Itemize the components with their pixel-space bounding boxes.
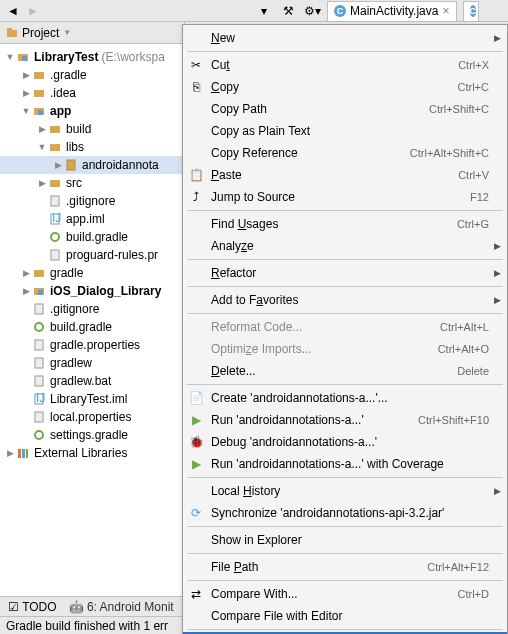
menu-compare-editor[interactable]: Compare File with Editor [183,605,507,627]
tree-item[interactable]: ▶src [0,174,184,192]
back-button[interactable]: ◄ [4,2,22,20]
menu-local-history[interactable]: Local History▶ [183,480,507,502]
menu-copy-plain[interactable]: Copy as Plain Text [183,120,507,142]
expand-icon[interactable]: ▼ [4,51,16,63]
tree-root[interactable]: ▼ LibraryTest (E:\workspa [0,48,184,66]
close-icon[interactable]: × [442,4,449,18]
tree-item[interactable]: ▶build [0,120,184,138]
menu-reformat[interactable]: Reformat Code...Ctrl+Alt+L [183,316,507,338]
toolbar-icon[interactable]: ▾ [255,2,273,20]
tree-label: .idea [50,86,76,100]
menu-copy-reference[interactable]: Copy ReferenceCtrl+Alt+Shift+C [183,142,507,164]
tree-item[interactable]: gradlew.bat [0,372,184,390]
menu-debug[interactable]: 🐞Debug 'androidannotations-a...' [183,431,507,453]
expand-icon[interactable]: ▶ [20,267,32,279]
tree-item[interactable]: gradlew [0,354,184,372]
expand-icon[interactable]: ▶ [20,87,32,99]
tree-item[interactable]: build.gradle [0,318,184,336]
svg-rect-8 [50,126,60,133]
todo-tab[interactable]: ☑ TODO [8,600,57,614]
menu-optimize[interactable]: Optimize Imports...Ctrl+Alt+O [183,338,507,360]
svg-rect-4 [34,72,44,79]
svg-rect-5 [34,90,44,97]
editor-tab-mainactivity[interactable]: C MainActivity.java × [327,1,457,21]
menu-create[interactable]: 📄Create 'androidannotations-a...'... [183,387,507,409]
tree-item-libs[interactable]: ▼libs [0,138,184,156]
menu-copy[interactable]: ⎘CopyCtrl+C [183,76,507,98]
editor-tab-other[interactable]: C [463,1,479,21]
tree-item[interactable]: ▶.idea [0,84,184,102]
android-monitor-tab[interactable]: 🤖 6: Android Monit [69,600,174,614]
menu-separator [187,286,503,287]
tree-item[interactable]: build.gradle [0,228,184,246]
tree-item[interactable]: IJapp.iml [0,210,184,228]
tree-item[interactable]: settings.gradle [0,426,184,444]
gear-icon[interactable]: ⚙▾ [303,2,321,20]
menu-favorites[interactable]: Add to Favorites▶ [183,289,507,311]
shortcut-label: Ctrl+V [458,169,489,181]
file-icon [48,194,62,208]
tree-item[interactable]: .gitignore [0,300,184,318]
menu-delete[interactable]: Delete...Delete [183,360,507,382]
tree-label: gradlew [50,356,92,370]
menu-find-usages[interactable]: Find UsagesCtrl+G [183,213,507,235]
tree-label: settings.gradle [50,428,128,442]
menu-jump-source[interactable]: ⤴Jump to SourceF12 [183,186,507,208]
menu-compare-with[interactable]: ⇄Compare With...Ctrl+D [183,583,507,605]
menu-file-path[interactable]: File PathCtrl+Alt+F12 [183,556,507,578]
tree-item-selected[interactable]: ▶androidannota [0,156,184,174]
folder-icon [32,68,46,82]
menu-paste[interactable]: 📋PasteCtrl+V [183,164,507,186]
menu-show-explorer[interactable]: Show in Explorer [183,529,507,551]
jump-icon: ⤴ [187,188,205,206]
file-icon [32,338,46,352]
run-icon: ▶ [187,411,205,429]
expand-icon[interactable]: ▶ [36,123,48,135]
expand-icon[interactable]: ▶ [4,447,16,459]
project-panel: Project ▼ ▼ LibraryTest (E:\workspa ▶.gr… [0,22,185,612]
hammer-icon[interactable]: ⚒ [279,2,297,20]
tree-item[interactable]: IJLibraryTest.iml [0,390,184,408]
forward-button[interactable]: ► [24,2,42,20]
tree-item[interactable]: local.properties [0,408,184,426]
tree-item[interactable]: proguard-rules.pr [0,246,184,264]
menu-copy-path[interactable]: Copy PathCtrl+Shift+C [183,98,507,120]
menu-coverage[interactable]: ▶Run 'androidannotations-a...' with Cove… [183,453,507,475]
menu-analyze[interactable]: Analyze▶ [183,235,507,257]
menu-separator [187,259,503,260]
svg-rect-7 [38,110,43,115]
tree-item-app[interactable]: ▼app [0,102,184,120]
tree-label: build [66,122,91,136]
panel-header[interactable]: Project ▼ [0,22,184,44]
paste-icon: 📋 [187,166,205,184]
menu-run[interactable]: ▶Run 'androidannotations-a...'Ctrl+Shift… [183,409,507,431]
shortcut-label: F12 [470,191,489,203]
menu-cut[interactable]: ✂CutCtrl+X [183,54,507,76]
tree-item[interactable]: ▶gradle [0,264,184,282]
menu-new[interactable]: New▶ [183,27,507,49]
svg-rect-11 [50,180,60,187]
expand-icon[interactable]: ▼ [36,141,48,153]
file-icon [48,248,62,262]
expand-icon[interactable]: ▶ [20,285,32,297]
tree-item[interactable]: .gitignore [0,192,184,210]
expand-icon[interactable]: ▶ [20,69,32,81]
expand-icon[interactable]: ▶ [36,177,48,189]
tree-item-ios[interactable]: ▶iOS_Dialog_Library [0,282,184,300]
tree-path: (E:\workspa [101,50,164,64]
menu-refactor[interactable]: Refactor▶ [183,262,507,284]
coverage-icon: ▶ [187,455,205,473]
tree-external[interactable]: ▶External Libraries [0,444,184,462]
tree-label: local.properties [50,410,131,424]
dropdown-icon[interactable]: ▼ [63,28,71,37]
module-icon [16,50,30,64]
menu-synchronize[interactable]: ⟳Synchronize 'androidannotations-api-3.2… [183,502,507,524]
shortcut-label: Ctrl+Shift+F10 [418,414,489,426]
tree-item[interactable]: gradle.properties [0,336,184,354]
tree-item[interactable]: ▶.gradle [0,66,184,84]
tree-label: LibraryTest [34,50,98,64]
menu-separator [187,477,503,478]
svg-rect-1 [7,28,12,31]
expand-icon[interactable]: ▼ [20,105,32,117]
expand-icon[interactable]: ▶ [52,159,64,171]
